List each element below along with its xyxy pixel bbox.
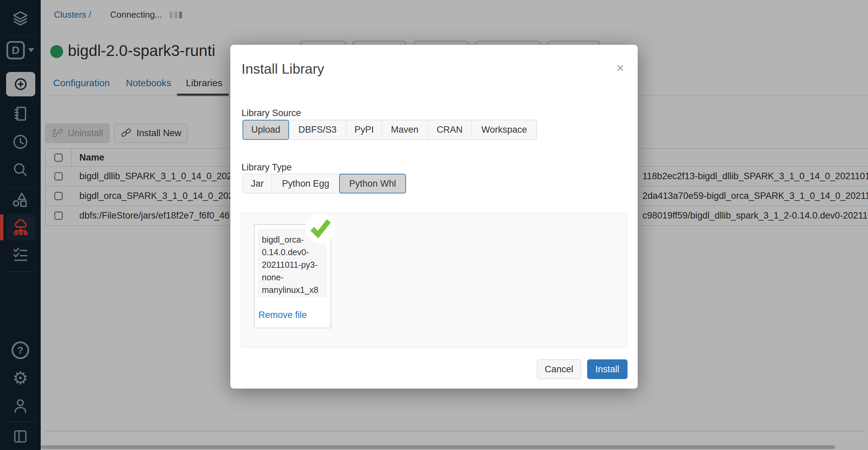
close-icon[interactable]: × — [616, 61, 624, 75]
source-pypi-button[interactable]: PyPI — [347, 120, 382, 139]
install-library-modal: Install Library × Library Source Upload … — [230, 45, 638, 389]
uploaded-file-card: bigdl_orca-0.14.0.dev0-20211011-py3-none… — [254, 224, 331, 328]
library-type-group: Jar Python Egg Python Whl — [243, 174, 406, 193]
app-root: D — [0, 0, 868, 450]
source-dbfs-s3-button[interactable]: DBFS/S3 — [289, 120, 347, 139]
source-upload-button[interactable]: Upload — [243, 120, 289, 140]
remove-file-link[interactable]: Remove file — [258, 310, 307, 320]
source-cran-button[interactable]: CRAN — [428, 120, 472, 139]
type-python-egg-button[interactable]: Python Egg — [272, 174, 340, 193]
source-maven-button[interactable]: Maven — [382, 120, 428, 139]
file-drop-area[interactable]: bigdl_orca-0.14.0.dev0-20211011-py3-none… — [241, 213, 627, 348]
modal-title: Install Library — [242, 61, 324, 77]
library-source-group: Upload DBFS/S3 PyPI Maven CRAN Workspace — [243, 120, 537, 140]
cancel-button[interactable]: Cancel — [537, 359, 581, 379]
library-source-label: Library Source — [242, 108, 301, 118]
library-type-label: Library Type — [242, 162, 292, 173]
type-jar-button[interactable]: Jar — [243, 174, 272, 193]
install-button[interactable]: Install — [587, 359, 628, 379]
check-icon — [309, 217, 332, 240]
source-workspace-button[interactable]: Workspace — [472, 120, 537, 139]
type-python-whl-button[interactable]: Python Whl — [339, 174, 406, 193]
